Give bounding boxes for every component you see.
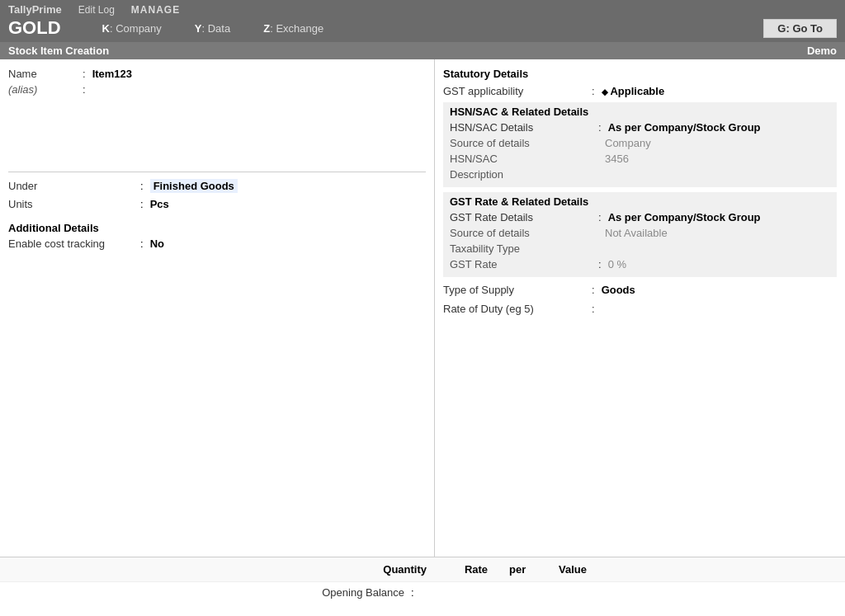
taxability-label: Taxability Type: [450, 242, 598, 255]
gst-rate-details-label: GST Rate Details: [450, 211, 598, 223]
company-demo: Demo: [807, 45, 837, 57]
additional-details-heading: Additional Details: [8, 222, 426, 234]
units-value[interactable]: Pcs: [150, 198, 169, 210]
gst-applicability-value[interactable]: Applicable: [602, 85, 665, 97]
gst-rate-section-title: GST Rate & Related Details: [450, 195, 830, 208]
rate-duty-label: Rate of Duty (eg 5): [443, 303, 592, 315]
alias-label: (alias): [8, 83, 83, 96]
description-label: Description: [450, 168, 598, 181]
hsn-sac-value: 3456: [605, 153, 629, 165]
units-label: Units: [8, 198, 140, 210]
source-gst-value: Not Available: [605, 227, 668, 239]
hsn-sac-label: HSN/SAC: [450, 153, 598, 165]
quantity-col-header: Quantity: [8, 563, 443, 576]
enable-cost-value[interactable]: No: [150, 237, 164, 250]
enable-cost-label: Enable cost tracking: [8, 237, 140, 250]
type-supply-value[interactable]: Goods: [602, 284, 635, 296]
gst-rate-value: 0 %: [608, 258, 626, 270]
nav-exchange[interactable]: Z: Exchange: [247, 21, 340, 36]
manage-label: MANAGE: [131, 4, 180, 16]
opening-balance-label: Opening Balance: [8, 586, 404, 599]
gst-rate-section: GST Rate & Related Details GST Rate Deta…: [443, 192, 837, 277]
under-label: Under: [8, 180, 140, 192]
source-label: Source of details: [450, 137, 598, 149]
edition-label: GOLD: [8, 17, 61, 39]
name-label: Name: [8, 68, 83, 80]
nav-data[interactable]: Y: Data: [178, 21, 247, 36]
gst-applicability-label: GST applicability: [443, 85, 592, 97]
name-value: Item123: [92, 68, 132, 80]
statutory-details-heading: Statutory Details: [443, 68, 837, 80]
nav-company[interactable]: K: Company: [86, 21, 178, 36]
source-gst-label: Source of details: [450, 227, 598, 239]
rate-col-header: Rate: [443, 563, 509, 576]
type-supply-label: Type of Supply: [443, 284, 592, 296]
gst-rate-details-value[interactable]: As per Company/Stock Group: [608, 211, 761, 223]
form-title: Stock Item Creation: [8, 45, 109, 57]
source-value: Company: [605, 137, 651, 149]
per-col-header: per: [509, 563, 559, 576]
hsn-details-value[interactable]: As per Company/Stock Group: [608, 121, 761, 134]
hsn-details-label: HSN/SAC Details: [450, 121, 598, 134]
hsn-section-title: HSN/SAC & Related Details: [450, 106, 830, 118]
gst-rate-label: GST Rate: [450, 258, 598, 270]
value-col-header: Value: [559, 563, 837, 576]
under-value[interactable]: Finished Goods: [150, 179, 238, 193]
app-name: TallyPrime: [8, 3, 62, 16]
goto-button[interactable]: G: Go To: [763, 19, 837, 38]
hsn-section: HSN/SAC & Related Details HSN/SAC Detail…: [443, 102, 837, 187]
edit-log[interactable]: Edit Log: [78, 4, 115, 16]
